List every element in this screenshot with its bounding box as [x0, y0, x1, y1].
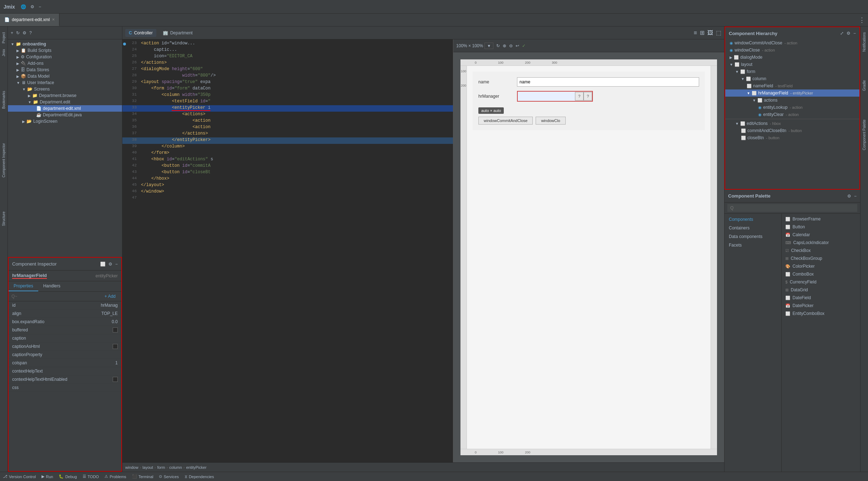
minus-icon[interactable]: −: [853, 31, 856, 36]
tree-item-userinterface[interactable]: ▼ 🖥 User Interface: [8, 79, 122, 86]
status-dependencies[interactable]: ⧖ Dependencies: [185, 474, 214, 479]
confirm-icon[interactable]: ✓: [522, 43, 526, 48]
refresh-icon[interactable]: ↻: [496, 43, 500, 48]
palette-item-combobox[interactable]: ⬜ ComboBox: [782, 270, 860, 278]
palette-item-calendar[interactable]: 📅 Calendar: [782, 231, 860, 239]
zoom-in-icon[interactable]: ⊕: [503, 43, 506, 48]
tree-item-dept-edit-xml[interactable]: 📄 department-edit.xml: [8, 105, 122, 112]
sync-icon[interactable]: ↻: [16, 30, 20, 35]
add-property-button[interactable]: + Add: [102, 293, 118, 300]
image-view-icon[interactable]: 🖼: [707, 30, 713, 36]
vtab-component-palette[interactable]: Component Palette: [861, 117, 867, 153]
hierarchy-item-windowcommit[interactable]: ◉ windowCommitAndClose - action: [725, 39, 859, 47]
editor-tab-department[interactable]: 🏢 Department: [159, 29, 196, 37]
palette-item-checkbox[interactable]: ☑ CheckBox: [782, 247, 860, 254]
palette-cat-components[interactable]: Components: [725, 215, 781, 224]
hierarchy-item-actions[interactable]: ▼ ⬜ actions: [725, 97, 859, 104]
hierarchy-item-form[interactable]: ▼ ⬜ form: [725, 68, 859, 75]
palette-cat-data[interactable]: Data components: [725, 232, 781, 241]
palette-item-datepicker[interactable]: 📅 DatePicker: [782, 302, 860, 310]
expand-icon[interactable]: ⤢: [840, 31, 844, 36]
contextHelpHtml-checkbox[interactable]: [113, 377, 118, 382]
palette-item-entitycombobox[interactable]: ⬜ EntityComboBox: [782, 310, 860, 317]
window-icon[interactable]: ⬜: [100, 262, 106, 267]
palette-item-capslock[interactable]: ⌨ CapsLockIndicator: [782, 239, 860, 247]
hierarchy-item-commit-btn[interactable]: ⬜ commitAndCloseBtn - button: [725, 127, 859, 134]
settings-icon[interactable]: ⚙: [23, 30, 26, 35]
tab-close-button[interactable]: ✕: [52, 18, 55, 21]
palette-cat-facets[interactable]: Facets: [725, 241, 781, 249]
tree-root-onboarding[interactable]: ▼ 📁 onboarding: [8, 41, 122, 47]
tree-item-login[interactable]: ▶ 📂 LoginScreen: [8, 118, 122, 125]
settings-icon[interactable]: ⚙: [847, 31, 850, 36]
breadcrumb-window[interactable]: window: [125, 465, 138, 470]
palette-item-browserframe[interactable]: ⬜ BrowserFrame: [782, 215, 860, 223]
code-lines[interactable]: 23 <action id="window... 24 captic... 25: [122, 39, 453, 462]
layout-view-icon[interactable]: ⬚: [716, 29, 721, 36]
property-search-input[interactable]: [20, 294, 99, 299]
commit-and-close-btn[interactable]: windowCommitAndClose: [478, 117, 533, 125]
vtab-bookmarks[interactable]: Bookmarks: [1, 88, 7, 112]
help-icon[interactable]: ?: [29, 30, 32, 35]
buffered-checkbox[interactable]: [113, 327, 118, 332]
undo-icon[interactable]: ↩: [516, 43, 519, 48]
name-input[interactable]: [517, 77, 699, 87]
hr-manager-input[interactable]: [518, 92, 575, 101]
palette-cat-containers[interactable]: Containers: [725, 224, 781, 232]
palette-item-checkboxgroup[interactable]: ⊞ CheckBoxGroup: [782, 254, 860, 262]
hierarchy-item-close-btn[interactable]: ⬜ closeBtn - button: [725, 134, 859, 141]
breadcrumb-layout[interactable]: layout: [142, 465, 153, 470]
tree-item-addons[interactable]: ▶ 🔌 Add-ons: [8, 60, 122, 67]
hierarchy-item-entitylookup[interactable]: ◉ entityLookup - action: [725, 104, 859, 111]
hr-help-btn-1[interactable]: ?: [575, 92, 584, 101]
more-options-icon[interactable]: ⋮: [856, 16, 868, 24]
status-run[interactable]: ▶ Run: [42, 474, 53, 479]
hr-help-btn-2[interactable]: ?: [584, 92, 592, 101]
palette-minus-icon[interactable]: −: [854, 194, 857, 199]
hierarchy-item-layout[interactable]: ▼ ⬜ layout: [725, 61, 859, 68]
breadcrumb-form[interactable]: form: [157, 465, 165, 470]
status-debug[interactable]: 🐛 Debug: [59, 474, 77, 479]
vtab-notifications[interactable]: Notifications: [861, 29, 867, 54]
palette-search-input[interactable]: [727, 204, 857, 212]
palette-settings-icon[interactable]: ⚙: [847, 194, 851, 199]
vtab-gradle[interactable]: Gradle: [861, 77, 867, 94]
palette-item-colorpicker[interactable]: 🎨 ColorPicker: [782, 262, 860, 270]
palette-item-datagrid[interactable]: ⊞ DataGrid: [782, 286, 860, 294]
vtab-structure[interactable]: Structure: [1, 209, 7, 229]
settings-icon[interactable]: ⚙: [30, 4, 34, 9]
zoom-out-icon[interactable]: ⊖: [509, 43, 513, 48]
tree-item-configuration[interactable]: ▶ ⚙ Configuration: [8, 54, 122, 60]
captionAsHtml-checkbox[interactable]: [113, 344, 118, 349]
tree-item-datamodel[interactable]: ▶ 📦 Data Model: [8, 73, 122, 79]
tree-item-dept-browse[interactable]: ▶ 📁 Department.browse: [8, 92, 122, 99]
minimize-icon[interactable]: −: [115, 262, 118, 267]
status-terminal[interactable]: ⬛ Terminal: [132, 474, 153, 479]
minimize-icon[interactable]: −: [39, 4, 41, 9]
palette-item-datefield[interactable]: ⬜ DateField: [782, 294, 860, 302]
palette-item-button[interactable]: ⬜ Button: [782, 223, 860, 231]
vtab-project[interactable]: Project: [1, 29, 7, 46]
window-close-btn[interactable]: windowClo: [536, 117, 565, 125]
settings-icon[interactable]: ⚙: [108, 262, 112, 267]
breadcrumb-entitypicker[interactable]: entityPicker: [186, 465, 206, 470]
status-version-control[interactable]: ⎇ Version Control: [3, 474, 36, 479]
editor-tab-controller[interactable]: C Controller: [125, 29, 156, 37]
tree-item-build-scripts[interactable]: ▶ 📋 Build Scripts: [8, 47, 122, 54]
hierarchy-item-hrmanager[interactable]: ▼ ⬜ hrManagerField - entityPicker: [725, 89, 859, 97]
tree-item-dept-edit[interactable]: ▼ 📁 Department.edit: [8, 99, 122, 105]
file-tab-department-edit[interactable]: 📄 department-edit.xml ✕: [0, 14, 59, 26]
tab-properties[interactable]: Properties: [9, 281, 38, 291]
hierarchy-item-dialogmode[interactable]: ▶ ⬜ dialogMode: [725, 54, 859, 61]
palette-item-currencyfield[interactable]: $ CurrencyField: [782, 278, 860, 286]
grid-view-icon[interactable]: ⊞: [700, 29, 704, 36]
breadcrumb-column[interactable]: column: [169, 465, 182, 470]
hierarchy-item-windowclose[interactable]: ◉ windowClose - action: [725, 47, 859, 54]
tree-item-dept-edit-java[interactable]: ☕ DepartmentEdit.java: [8, 112, 122, 118]
vtab-component-inspector[interactable]: Component Inspector: [1, 140, 7, 180]
add-icon[interactable]: +: [11, 30, 13, 35]
hierarchy-item-entityclear[interactable]: ◉ entityClear - action: [725, 111, 859, 118]
hierarchy-item-column[interactable]: ▼ ⬜ column: [725, 75, 859, 82]
zoom-select-button[interactable]: ▼: [484, 43, 493, 49]
status-todo[interactable]: ☰ TODO: [83, 474, 99, 479]
